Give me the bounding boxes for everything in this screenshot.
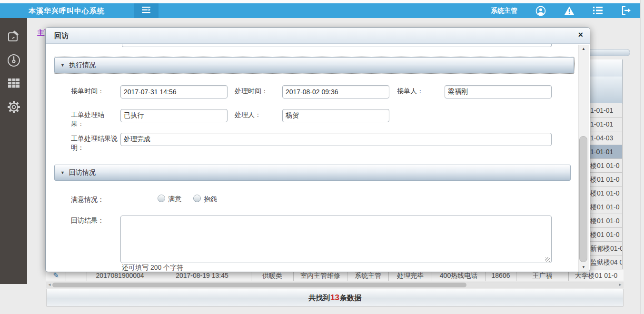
process-time-field[interactable] bbox=[282, 85, 389, 98]
result-count: 13 bbox=[330, 293, 340, 303]
radio-complaint[interactable] bbox=[193, 195, 201, 202]
dialog-title: 回访 bbox=[54, 28, 69, 44]
panel-divider-left bbox=[29, 44, 45, 44]
window-top-strip bbox=[0, 0, 644, 3]
radio-satisfied-label[interactable]: 满意 bbox=[168, 195, 181, 204]
followup-result-label: 回访结果： bbox=[71, 216, 104, 225]
sidebar-item-settings[interactable] bbox=[0, 97, 27, 119]
table-row[interactable]: 楼01 01-0 bbox=[590, 173, 622, 186]
table-row[interactable]: 楼01 01-0 bbox=[590, 214, 622, 228]
scroll-left-icon[interactable]: ◄ bbox=[48, 282, 51, 288]
radio-satisfied[interactable] bbox=[158, 195, 165, 202]
receive-time-label: 接单时间： bbox=[71, 87, 104, 96]
gauge-icon bbox=[7, 53, 21, 69]
table-row[interactable]: 楼01 01-0 bbox=[590, 186, 622, 200]
followup-result-field[interactable] bbox=[120, 216, 552, 263]
grid-table-icon bbox=[7, 77, 20, 91]
table-row[interactable]: 1-01-01 bbox=[590, 118, 622, 131]
app-header-bar: 本溪华兴呼叫中心系统 系统主管 bbox=[0, 3, 640, 18]
user-profile-icon[interactable] bbox=[535, 6, 546, 16]
window-right-edge bbox=[640, 0, 644, 314]
result-note-label: 工单处理结果说明： bbox=[71, 134, 119, 152]
search-panel-header-fragment bbox=[590, 49, 630, 56]
work-result-field[interactable] bbox=[120, 109, 228, 122]
processor-field[interactable] bbox=[282, 109, 389, 122]
collapse-icon: ▼ bbox=[60, 170, 65, 175]
task-list-icon[interactable] bbox=[593, 6, 603, 16]
section-execution-header[interactable]: ▼ 执行情况 bbox=[54, 57, 574, 73]
process-time-label: 处理时间： bbox=[235, 87, 268, 96]
table-row[interactable]: 1-01-01 bbox=[590, 104, 622, 118]
result-note-field[interactable] bbox=[120, 133, 552, 146]
receive-time-field[interactable] bbox=[120, 85, 228, 98]
alert-warning-icon[interactable] bbox=[564, 6, 575, 16]
section-title: 回访情况 bbox=[69, 168, 96, 177]
app-window: 本溪华兴呼叫中心系统 系统主管 bbox=[0, 0, 644, 314]
summary-prefix: 共找到 bbox=[308, 294, 330, 303]
close-icon[interactable]: × bbox=[578, 30, 583, 39]
clipped-input-fragment bbox=[122, 44, 552, 47]
edit-icon bbox=[7, 30, 20, 45]
sidebar-item-dashboard[interactable] bbox=[0, 50, 27, 72]
summary-suffix: 条数据 bbox=[340, 294, 361, 303]
horizontal-scrollbar[interactable]: ◄ ► bbox=[46, 282, 624, 288]
scroll-down-icon[interactable]: ▼ bbox=[579, 265, 588, 269]
panel-divider-right bbox=[590, 44, 634, 44]
section-followup-header[interactable]: ▼ 回访情况 bbox=[54, 165, 571, 181]
logout-icon[interactable] bbox=[621, 6, 632, 16]
collapse-icon: ▼ bbox=[60, 63, 65, 68]
table-header-fragment bbox=[590, 59, 623, 104]
sidebar-item-workorder[interactable] bbox=[0, 27, 27, 49]
scroll-right-icon[interactable]: ► bbox=[618, 282, 622, 288]
edit-row-icon[interactable]: ✎ bbox=[53, 271, 59, 279]
char-counter: 还可填写 200 个字符 bbox=[122, 264, 183, 272]
scroll-up-icon[interactable]: ▲ bbox=[579, 47, 588, 51]
table-row[interactable]: 1-04-03 bbox=[590, 131, 622, 145]
section-title: 执行情况 bbox=[69, 61, 96, 69]
table-row[interactable]: 楼01 01-0 bbox=[590, 159, 622, 173]
table-row[interactable]: 新都楼01-0 bbox=[590, 242, 622, 255]
table-row[interactable]: 监狱楼04 0 bbox=[590, 255, 622, 269]
table-row[interactable]: 楼01 01-0 bbox=[590, 228, 622, 242]
work-result-label: 工单处理结果： bbox=[71, 110, 114, 128]
result-summary-bar: 共找到 13 条数据 bbox=[46, 289, 624, 307]
gear-icon bbox=[7, 100, 21, 116]
menu-toggle-icon bbox=[141, 6, 151, 16]
horizontal-scrollbar-thumb[interactable] bbox=[52, 283, 466, 287]
table-row[interactable]: 1-01-01 bbox=[590, 145, 622, 159]
dialog-scrollbar-thumb[interactable] bbox=[579, 136, 587, 262]
satisfaction-label: 满意情况： bbox=[71, 195, 104, 204]
sidebar-toggle-button[interactable] bbox=[134, 3, 159, 18]
receiver-field[interactable] bbox=[445, 85, 552, 98]
processor-label: 处理人： bbox=[235, 110, 261, 119]
table-row[interactable]: 楼01 01-0 bbox=[590, 200, 622, 214]
radio-complaint-label[interactable]: 抱怨 bbox=[204, 195, 217, 204]
receiver-label: 接单人： bbox=[397, 87, 424, 96]
table-rows-fragment: 1-01-01 1-01-01 1-04-03 1-01-01 楼01 01-0… bbox=[590, 104, 623, 269]
dialog-header[interactable]: 回访 × bbox=[46, 28, 590, 44]
sidebar-item-table[interactable] bbox=[0, 73, 27, 95]
current-user-role[interactable]: 系统主管 bbox=[491, 7, 517, 15]
left-sidebar bbox=[0, 18, 27, 284]
followup-dialog: 回访 × ▼ 执行情况 接单时间： 处理时间： 接单人： 工单处理结果： 处理人… bbox=[45, 27, 590, 272]
app-title: 本溪华兴呼叫中心系统 bbox=[29, 3, 105, 18]
